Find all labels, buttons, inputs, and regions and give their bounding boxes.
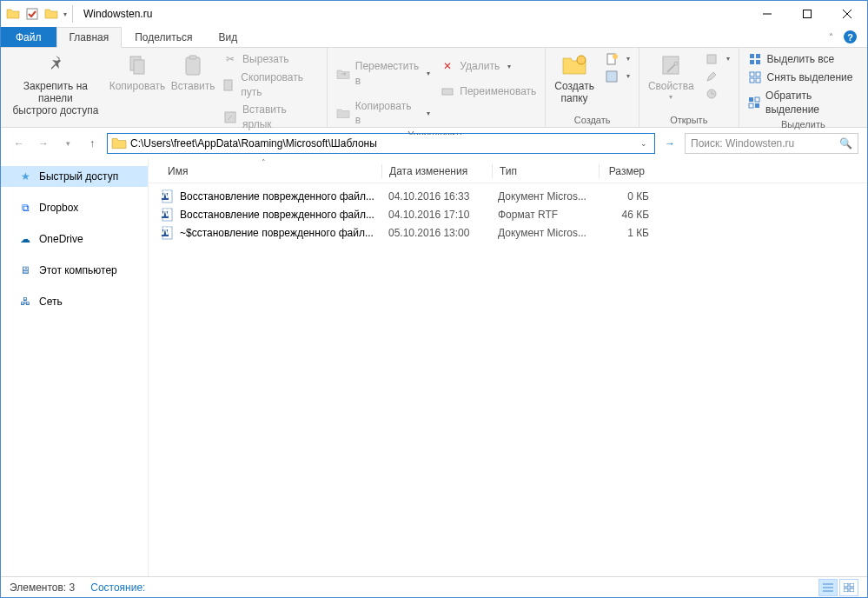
ribbon-group-clipboard: Закрепить на панели быстрого доступа Коп… [1,48,328,127]
svg-rect-47 [850,588,854,592]
address-input[interactable] [130,135,635,152]
file-type: Документ Micros... [491,190,597,203]
svg-point-17 [674,62,678,65]
svg-rect-6 [134,60,144,74]
tab-file[interactable]: Файл [1,27,56,47]
svg-rect-45 [850,583,854,587]
column-size[interactable]: Размер [600,165,652,177]
column-type[interactable]: Тип [493,165,599,177]
svg-rect-18 [707,55,716,63]
scissors-icon: ✂ [223,52,237,66]
copy-button[interactable]: Копировать [109,50,166,95]
qat-dropdown-icon[interactable]: ▾ [63,10,67,18]
svg-rect-0 [27,9,37,19]
delete-button[interactable]: ✕Удалить▾ [437,58,540,75]
svg-text:W: W [161,208,170,219]
svg-rect-31 [755,103,759,108]
up-button[interactable]: ↑ [83,134,102,153]
open-icon [705,52,719,66]
file-row[interactable]: WВосстановление поврежденного файл...04.… [161,187,867,205]
cut-button[interactable]: ✂Вырезать [220,51,321,68]
pc-icon: 🖥 [18,263,32,277]
view-icons-button[interactable] [839,579,858,596]
move-to-button[interactable]: Переместить в▾ [333,58,434,90]
network-icon: 🖧 [18,295,32,309]
properties-icon [657,51,685,79]
group-label: Создать [551,114,633,127]
column-headers: ˄ Имя Дата изменения Тип Размер [149,159,867,183]
file-size: 1 КБ [597,227,649,239]
svg-rect-46 [844,588,848,592]
file-row[interactable]: WВосстановление поврежденного файл...04.… [161,205,867,223]
nav-this-pc[interactable]: 🖥Этот компьютер [1,260,148,281]
edit-button[interactable] [701,69,733,84]
file-name: Восстановление поврежденного файл... [180,209,381,221]
status-state: Состояние: [90,581,145,594]
file-row[interactable]: W~$сстановление поврежденного файл...05.… [161,223,867,242]
title-bar: ▾ Windowsten.ru [1,1,867,27]
column-name[interactable]: Имя [161,165,381,177]
window-title: Windowsten.ru [83,8,152,20]
svg-point-14 [613,54,618,59]
copy-path-button[interactable]: Скопировать путь [220,70,321,101]
paste-icon [179,51,207,79]
new-item-icon [605,52,619,66]
nav-dropbox[interactable]: ⧉Dropbox [1,197,148,218]
folder-icon[interactable] [44,7,58,21]
status-bar: Элементов: 3 Состояние: [1,576,867,597]
copy-path-icon [223,78,235,92]
collapse-ribbon-icon[interactable]: ˄ [829,32,833,42]
svg-rect-29 [755,97,759,102]
new-item-button[interactable]: ▾ [601,51,633,67]
paste-button[interactable]: Вставить [169,50,216,95]
tab-view[interactable]: Вид [205,27,250,47]
select-none-button[interactable]: Снять выделение [745,70,862,86]
nav-network[interactable]: 🖧Сеть [1,291,148,312]
folder-icon [6,7,20,21]
address-dropdown-icon[interactable]: ⌄ [635,139,653,148]
edit-icon [705,70,719,83]
view-details-button[interactable] [818,579,838,596]
copy-to-button[interactable]: Копировать в▾ [333,98,434,130]
invert-selection-button[interactable]: Обратить выделение [745,88,862,119]
svg-rect-24 [750,72,754,76]
svg-rect-8 [189,56,196,59]
svg-point-12 [577,56,586,64]
select-all-button[interactable]: Выделить все [745,51,862,68]
navigation-pane: ★Быстрый доступ ⧉Dropbox ☁OneDrive 🖥Этот… [1,159,149,576]
search-box[interactable]: Поиск: Windowsten.ru 🔍 [685,133,858,154]
help-icon[interactable]: ? [844,30,857,43]
file-name: Восстановление поврежденного файл... [180,190,381,203]
column-date[interactable]: Дата изменения [382,165,492,177]
nav-quick-access[interactable]: ★Быстрый доступ [1,166,148,187]
address-bar[interactable]: ⌄ [107,133,655,154]
ribbon-group-organize: Переместить в▾ Копировать в▾ ✕Удалить▾ П… [328,48,547,127]
svg-rect-9 [224,80,232,90]
tab-home[interactable]: Главная [56,27,123,48]
svg-rect-22 [750,60,754,64]
history-button[interactable] [701,86,733,102]
file-list-pane: ˄ Имя Дата изменения Тип Размер WВосстан… [149,159,867,576]
new-folder-button[interactable]: Создать папку [551,50,598,107]
pin-to-quick-access-button[interactable]: Закрепить на панели быстрого доступа [6,50,105,118]
properties-button[interactable]: Свойства▾ [645,50,698,103]
close-button[interactable] [827,1,867,27]
file-type: Формат RTF [491,209,597,221]
qat-checkbox-icon[interactable] [25,7,39,21]
maximize-button[interactable] [787,1,827,27]
nav-onedrive[interactable]: ☁OneDrive [1,229,148,249]
recent-dropdown[interactable]: ▾ [58,134,77,153]
back-button[interactable]: ← [10,134,29,153]
svg-rect-27 [756,78,760,83]
svg-rect-11 [442,89,453,95]
minimize-button[interactable] [747,1,787,27]
rename-button[interactable]: Переименовать [437,83,540,100]
tab-share[interactable]: Поделиться [122,27,205,47]
onedrive-icon: ☁ [18,232,32,246]
dropbox-icon: ⧉ [18,201,32,215]
forward-button[interactable]: → [34,134,53,153]
easy-access-button[interactable]: ▾ [601,69,633,84]
svg-rect-20 [750,54,754,58]
open-button[interactable]: ▾ [701,51,733,67]
go-button[interactable]: → [660,134,679,153]
